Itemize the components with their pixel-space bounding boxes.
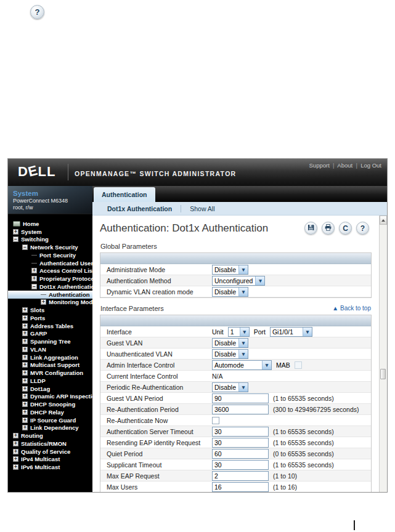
param-select[interactable]: Disable▾	[212, 382, 248, 392]
subtab-dot1x-authentication[interactable]: Dot1x Authentication	[99, 205, 181, 212]
expand-icon[interactable]: +	[41, 299, 46, 305]
expand-icon[interactable]: +	[13, 456, 18, 462]
sidebar-item-slots[interactable]: +Slots	[8, 306, 92, 314]
param-select[interactable]: Automode▾	[212, 360, 272, 370]
param-select[interactable]: Gi1/0/1▾	[270, 327, 312, 337]
expand-icon[interactable]: +	[13, 433, 18, 438]
expand-icon[interactable]: +	[22, 409, 28, 415]
expand-icon[interactable]: +	[31, 268, 37, 273]
expand-icon[interactable]: +	[22, 386, 28, 392]
expand-icon[interactable]: +	[22, 401, 28, 407]
sidebar-item-dot1ag[interactable]: +Dot1ag	[8, 385, 92, 393]
param-checkbox[interactable]	[212, 417, 219, 424]
sidebar-item-authentication[interactable]: Authentication	[8, 291, 92, 299]
expand-icon[interactable]: +	[22, 307, 28, 313]
expand-icon[interactable]: +	[22, 425, 28, 430]
sidebar-item-proprietary-protocol[interactable]: +Proprietary Protocol	[8, 275, 92, 283]
expand-icon[interactable]: +	[22, 339, 28, 344]
sidebar-item-statistics-rmon[interactable]: +Statistics/RMON	[8, 440, 92, 448]
param-label: Re-Authentication Period	[100, 406, 212, 413]
sidebar-item-link-dependency[interactable]: +Link Dependency	[8, 424, 92, 432]
sidebar-item-label: Multicast Support	[30, 361, 79, 368]
collapse-icon[interactable]: −	[22, 244, 28, 250]
sidebar-item-monitoring-mode[interactable]: +Monitoring Mode	[8, 299, 92, 307]
param-input[interactable]	[212, 460, 269, 470]
collapse-icon[interactable]: −	[31, 284, 37, 289]
expand-icon[interactable]: +	[22, 362, 28, 368]
floating-help-button[interactable]: ?	[30, 5, 44, 19]
expand-icon[interactable]: +	[13, 464, 18, 470]
masthead-link-support[interactable]: Support	[309, 162, 338, 169]
expand-icon[interactable]: +	[22, 315, 28, 321]
sidebar-item-ipv4-multicast[interactable]: +IPv4 Multicast	[8, 456, 92, 464]
param-input[interactable]	[212, 405, 269, 414]
scrollbar[interactable]	[379, 216, 387, 493]
expand-icon[interactable]: +	[13, 229, 18, 235]
sidebar-item-switching[interactable]: −Switching	[8, 236, 92, 244]
param-select[interactable]: Disable▾	[212, 338, 248, 348]
expand-icon[interactable]: +	[22, 370, 28, 376]
expand-icon[interactable]: +	[31, 276, 37, 281]
param-input[interactable]	[212, 471, 269, 481]
sidebar-item-routing[interactable]: +Routing	[8, 432, 92, 440]
help-button[interactable]: ?	[356, 222, 369, 235]
masthead-link-log-out[interactable]: Log Out	[360, 162, 381, 169]
param-input[interactable]	[212, 393, 269, 403]
collapse-icon[interactable]: −	[13, 236, 18, 242]
sidebar-item-dynamic-arp-inspection[interactable]: +Dynamic ARP Inspection	[8, 393, 92, 401]
expand-icon[interactable]: +	[13, 441, 18, 446]
param-select[interactable]: 1▾	[228, 327, 250, 337]
sidebar-item-multicast-support[interactable]: +Multicast Support	[8, 361, 92, 369]
sidebar-item-dot1x-authentication[interactable]: −Dot1x Authentication	[8, 283, 92, 291]
subtab-show-all[interactable]: Show All	[181, 205, 223, 212]
sidebar-item-network-security[interactable]: −Network Security	[8, 243, 92, 251]
expand-icon[interactable]: +	[22, 355, 28, 360]
param-input[interactable]	[212, 449, 269, 459]
sidebar-item-vlan[interactable]: +VLAN	[8, 345, 92, 353]
sidebar-item-label: Slots	[30, 307, 44, 313]
sidebar-item-ports[interactable]: +Ports	[8, 314, 92, 322]
sidebar-item-dhcp-snooping[interactable]: +DHCP Snooping	[8, 400, 92, 408]
back-to-top-link[interactable]: ▲ Back to top	[332, 305, 371, 312]
param-select[interactable]: Disable▾	[212, 265, 248, 275]
sidebar-item-link-aggregation[interactable]: +Link Aggregation	[8, 353, 92, 361]
param-control: (0 to 65535 seconds)	[212, 449, 371, 459]
sidebar-item-quality-of-service[interactable]: +Quality of Service	[8, 448, 92, 456]
save-button[interactable]	[304, 222, 317, 235]
sidebar-item-port-security[interactable]: Port Security	[8, 251, 92, 259]
expand-icon[interactable]: +	[22, 347, 28, 352]
masthead-link-about[interactable]: About	[337, 162, 360, 169]
sidebar-item-ipv6-multicast[interactable]: +IPv6 Multicast	[8, 463, 92, 471]
sidebar-item-lldp[interactable]: +LLDP	[8, 377, 92, 385]
param-input[interactable]	[212, 482, 269, 492]
refresh-button[interactable]: C	[339, 222, 352, 235]
param-row: Max EAP Request(1 to 10)	[100, 470, 371, 482]
sidebar-item-mvr-configuration[interactable]: +MVR Configuration	[8, 369, 92, 377]
param-select[interactable]: Disable▾	[212, 287, 248, 297]
sidebar-item-access-control-lists[interactable]: +Access Control Lists	[8, 267, 92, 275]
logo-letters: LL	[38, 164, 56, 179]
sidebar-item-home[interactable]: Home	[8, 220, 92, 228]
expand-icon[interactable]: +	[22, 323, 28, 329]
sidebar-item-system[interactable]: +System	[8, 228, 92, 236]
tab-authentication[interactable]: Authentication	[94, 187, 155, 202]
sidebar-item-address-tables[interactable]: +Address Tables	[8, 322, 92, 330]
expand-icon[interactable]: +	[22, 417, 28, 423]
param-input[interactable]	[212, 427, 269, 437]
expand-icon[interactable]: +	[22, 331, 28, 336]
expand-icon[interactable]: +	[13, 449, 18, 454]
param-select[interactable]: Disable▾	[212, 349, 248, 359]
sidebar-item-ip-source-guard[interactable]: +IP Source Guard	[8, 416, 92, 424]
expand-icon[interactable]: +	[22, 378, 28, 384]
sidebar-item-garp[interactable]: +GARP	[8, 330, 92, 338]
param-checkbox[interactable]	[295, 361, 302, 369]
expand-icon[interactable]: +	[22, 393, 28, 399]
param-select[interactable]: Unconfigured▾	[212, 276, 265, 286]
scrollbar-up-icon[interactable]	[380, 216, 387, 225]
sidebar-item-authenticated-users[interactable]: Authenticated Users	[8, 259, 92, 267]
param-input[interactable]	[212, 438, 269, 448]
scrollbar-thumb[interactable]	[380, 369, 386, 379]
sidebar-item-spanning-tree[interactable]: +Spanning Tree	[8, 337, 92, 345]
print-button[interactable]	[322, 222, 335, 235]
sidebar-item-dhcp-relay[interactable]: +DHCP Relay	[8, 408, 92, 416]
